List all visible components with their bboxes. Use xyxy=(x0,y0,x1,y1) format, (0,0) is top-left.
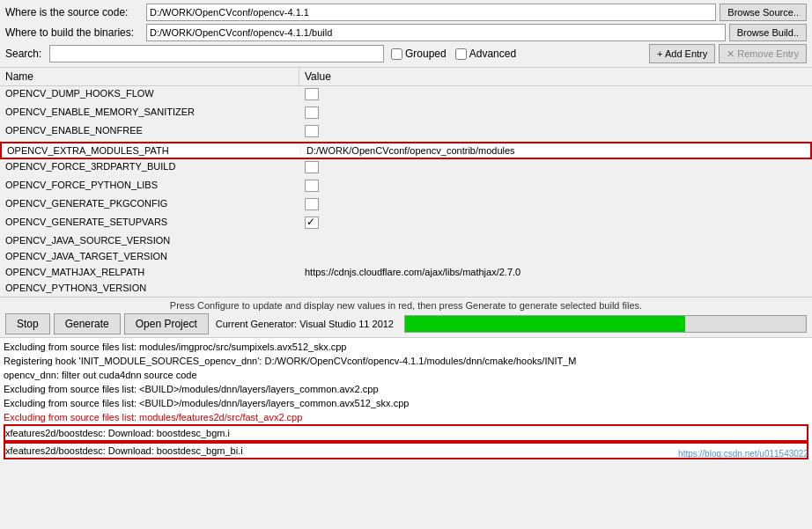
table-row[interactable]: OPENCV_FORCE_3RDPARTY_BUILD xyxy=(0,159,812,178)
row-value-cell[interactable] xyxy=(299,178,812,195)
row-name-cell: OPENCV_PYTHON3_VERSION xyxy=(0,281,299,296)
table-header: Name Value xyxy=(0,68,812,86)
search-input[interactable] xyxy=(49,45,384,62)
row-checkbox[interactable] xyxy=(305,180,319,192)
row-checkbox[interactable] xyxy=(305,198,319,210)
table-row[interactable]: OPENCV_GENERATE_PKGCONFIG xyxy=(0,196,812,215)
col-name-header: Name xyxy=(0,68,299,85)
row-value-cell xyxy=(299,233,812,248)
row-value-cell xyxy=(299,281,812,296)
add-entry-button[interactable]: + Add Entry xyxy=(649,44,715,63)
row-name-cell: OPENCV_JAVA_TARGET_VERSION xyxy=(0,249,299,264)
advanced-label[interactable]: Advanced xyxy=(455,48,516,60)
source-label: Where is the source code: xyxy=(5,6,146,18)
log-line: Registering hook 'INIT_MODULE_SOURCES_op… xyxy=(4,354,808,368)
row-value-cell: D:/WORK/OpenCVconf/opencv_contrib/module… xyxy=(301,143,810,158)
binaries-input[interactable] xyxy=(146,24,726,41)
row-value-cell xyxy=(299,249,812,264)
binaries-row: Where to build the binaries: Browse Buil… xyxy=(5,24,807,41)
table-row[interactable]: OPENCV_FORCE_PYTHON_LIBS xyxy=(0,178,812,196)
action-btns: + Add Entry ✕ Remove Entry xyxy=(649,44,807,63)
search-label: Search: xyxy=(5,48,49,60)
table-row[interactable]: OPENCV_GENERATE_SETUPVARS xyxy=(0,215,812,233)
log-line: Excluding from source files list: <BUILD… xyxy=(4,382,808,396)
table-row[interactable]: OPENCV_PYTHON3_VERSION xyxy=(0,281,812,297)
current-generator-text: Current Generator: Visual Studio 11 2012 xyxy=(216,319,394,329)
log-line: xfeatures2d/boostdesc: Download: boostde… xyxy=(4,424,808,442)
generate-button[interactable]: Generate xyxy=(54,313,121,334)
row-checkbox[interactable] xyxy=(305,161,319,173)
col-value-header: Value xyxy=(299,68,812,85)
progress-bar-fill xyxy=(405,316,686,332)
log-line: Excluding from source files list: <BUILD… xyxy=(4,396,808,410)
status-text: Press Configure to update and display ne… xyxy=(5,300,807,311)
table-container: Name Value OPENCV_DUMP_HOOKS_FLOWOPENCV_… xyxy=(0,68,812,297)
table-row[interactable]: OPENCV_MATHJAX_RELPATHhttps://cdnjs.clou… xyxy=(0,265,812,281)
progress-bar-container xyxy=(404,315,807,333)
row-value-cell[interactable] xyxy=(299,123,812,141)
table-row[interactable]: OPENCV_ENABLE_NONFREE xyxy=(0,123,812,142)
advanced-checkbox[interactable] xyxy=(455,48,467,60)
table-scroll[interactable]: OPENCV_DUMP_HOOKS_FLOWOPENCV_ENABLE_MEMO… xyxy=(0,86,812,297)
row-value-cell[interactable] xyxy=(299,215,812,232)
table-row[interactable]: OPENCV_JAVA_SOURCE_VERSION xyxy=(0,233,812,249)
row-name-cell: OPENCV_FORCE_3RDPARTY_BUILD xyxy=(0,159,299,177)
table-row[interactable]: OPENCV_JAVA_TARGET_VERSION xyxy=(0,249,812,265)
row-checkbox[interactable] xyxy=(305,88,319,100)
browse-build-button[interactable]: Browse Build.. xyxy=(729,24,807,41)
log-line: opencv_dnn: filter out cuda4dnn source c… xyxy=(4,368,808,382)
row-name-cell: OPENCV_EXTRA_MODULES_PATH xyxy=(2,143,301,158)
row-name-cell: OPENCV_FORCE_PYTHON_LIBS xyxy=(0,178,299,195)
log-line: Excluding from source files list: module… xyxy=(4,410,808,424)
table-row[interactable]: OPENCV_EXTRA_MODULES_PATHD:/WORK/OpenCVc… xyxy=(0,142,812,159)
binaries-label: Where to build the binaries: xyxy=(5,26,146,39)
row-value-cell[interactable] xyxy=(299,86,812,104)
open-project-button[interactable]: Open Project xyxy=(124,313,209,334)
bottom-bar: Press Configure to update and display ne… xyxy=(0,297,812,337)
search-row: Search: Grouped Advanced + Add Entry ✕ R… xyxy=(5,44,807,63)
grouped-label[interactable]: Grouped xyxy=(391,48,447,60)
stop-button[interactable]: Stop xyxy=(5,313,50,334)
row-value-cell[interactable] xyxy=(299,105,812,122)
watermark: https://blog.csdn.net/u011543022 xyxy=(678,449,808,459)
row-name-cell: OPENCV_ENABLE_MEMORY_SANITIZER xyxy=(0,105,299,122)
row-checkbox[interactable] xyxy=(305,107,319,119)
row-checkbox[interactable] xyxy=(305,125,319,137)
source-input[interactable] xyxy=(146,4,716,21)
top-section: Where is the source code: Browse Source.… xyxy=(0,0,812,68)
table-row[interactable]: OPENCV_ENABLE_MEMORY_SANITIZER xyxy=(0,105,812,123)
row-name-cell: OPENCV_DUMP_HOOKS_FLOW xyxy=(0,86,299,104)
row-value-cell[interactable] xyxy=(299,159,812,177)
row-name-cell: OPENCV_MATHJAX_RELPATH xyxy=(0,265,299,280)
row-name-cell: OPENCV_ENABLE_NONFREE xyxy=(0,123,299,141)
log-line: Excluding from source files list: module… xyxy=(4,340,808,354)
row-name-cell: OPENCV_JAVA_SOURCE_VERSION xyxy=(0,233,299,248)
source-row: Where is the source code: Browse Source.… xyxy=(5,4,807,21)
row-value-cell[interactable] xyxy=(299,196,812,214)
remove-entry-button[interactable]: ✕ Remove Entry xyxy=(719,44,807,63)
row-checkbox[interactable] xyxy=(305,217,319,229)
checkbox-group: Grouped Advanced xyxy=(391,48,525,60)
table-row[interactable]: OPENCV_DUMP_HOOKS_FLOW xyxy=(0,86,812,105)
browse-source-button[interactable]: Browse Source.. xyxy=(720,4,807,21)
grouped-checkbox[interactable] xyxy=(391,48,402,60)
buttons-row: Stop Generate Open Project Current Gener… xyxy=(5,313,807,334)
row-name-cell: OPENCV_GENERATE_PKGCONFIG xyxy=(0,196,299,214)
log-section: Excluding from source files list: module… xyxy=(0,337,812,460)
row-name-cell: OPENCV_GENERATE_SETUPVARS xyxy=(0,215,299,232)
main-container: Where is the source code: Browse Source.… xyxy=(0,0,812,529)
row-value-cell: https://cdnjs.cloudflare.com/ajax/libs/m… xyxy=(299,265,812,280)
